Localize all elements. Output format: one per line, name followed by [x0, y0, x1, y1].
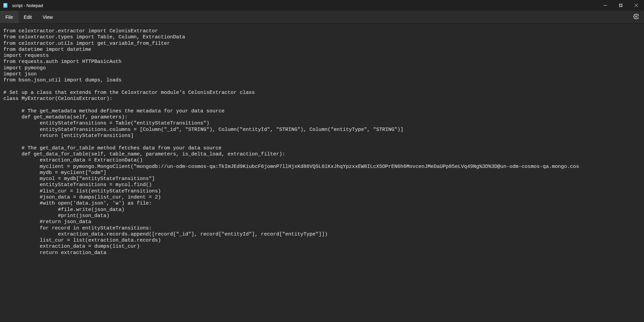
menubar: File Edit View	[0, 11, 644, 24]
menu-edit[interactable]: Edit	[19, 11, 37, 23]
svg-rect-6	[619, 4, 622, 7]
editor-content[interactable]: from celoxtractor.extractor import Celon…	[3, 28, 641, 256]
editor-area[interactable]: from celoxtractor.extractor import Celon…	[0, 24, 644, 322]
menu-file[interactable]: File	[0, 11, 19, 23]
window-title: script - Notepad	[12, 3, 43, 8]
maximize-button[interactable]	[613, 0, 629, 11]
menu-view[interactable]: View	[37, 11, 58, 23]
svg-point-10	[636, 15, 637, 17]
svg-rect-4	[4, 6, 6, 6]
menus: File Edit View	[0, 11, 58, 23]
titlebar[interactable]: script - Notepad	[0, 0, 644, 11]
close-button[interactable]	[629, 0, 644, 11]
gear-icon	[633, 13, 639, 21]
window-controls	[598, 0, 644, 11]
svg-rect-2	[4, 5, 7, 5]
svg-rect-3	[4, 5, 7, 6]
svg-rect-5	[604, 5, 607, 6]
minimize-button[interactable]	[598, 0, 613, 11]
settings-button[interactable]	[629, 11, 644, 23]
notepad-icon	[3, 3, 8, 8]
svg-rect-1	[4, 4, 7, 4]
titlebar-left: script - Notepad	[3, 3, 43, 8]
svg-rect-7	[620, 4, 622, 6]
